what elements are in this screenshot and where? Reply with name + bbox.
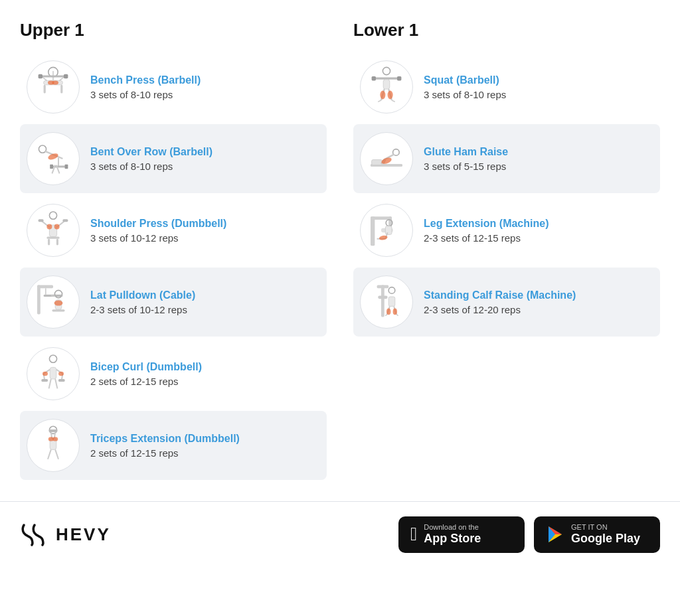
exercise-info-bench-press: Bench Press (Barbell) 3 sets of 8-10 rep… [90, 74, 201, 100]
exercise-sets-lat-pulldown: 2-3 sets of 10-12 reps [90, 304, 195, 315]
exercise-icon-bent-over-row [27, 132, 80, 185]
svg-rect-66 [397, 76, 401, 80]
right-column-title: Lower 1 [353, 20, 660, 40]
exercise-icon-bench-press [27, 60, 80, 114]
app-store-text: Download on the App Store [424, 523, 481, 546]
svg-rect-28 [48, 239, 50, 246]
google-play-icon [546, 525, 564, 544]
exercise-item-calf-raise: Standing Calf Raise (Machine) 2-3 sets o… [353, 268, 660, 337]
exercise-sets-glute-ham: 3 sets of 5-15 reps [424, 161, 508, 172]
svg-line-97 [385, 314, 387, 316]
exercise-icon-triceps-ext [27, 419, 80, 472]
exercise-icon-squat [360, 60, 413, 114]
exercise-item-bicep-curl: Bicep Curl (Dumbbell) 2 sets of 12-15 re… [20, 339, 327, 408]
svg-rect-81 [371, 216, 375, 246]
svg-line-71 [392, 100, 395, 102]
exercise-item-lat-pulldown: Lat Pulldown (Cable) 2-3 sets of 10-12 r… [20, 268, 327, 337]
svg-line-51 [55, 379, 57, 388]
exercise-name-bicep-curl: Bicep Curl (Dumbbell) [90, 361, 202, 373]
exercise-name-leg-ext: Leg Extension (Machine) [424, 218, 549, 230]
svg-rect-43 [50, 367, 56, 379]
svg-rect-49 [58, 379, 65, 382]
svg-rect-15 [51, 165, 66, 167]
svg-rect-27 [46, 237, 59, 239]
footer: HEVY  Download on the App Store GET IT … [0, 501, 680, 568]
svg-rect-17 [65, 165, 68, 169]
svg-rect-26 [62, 219, 68, 222]
left-column-title: Upper 1 [20, 20, 327, 40]
exercise-info-leg-ext: Leg Extension (Machine) 2-3 sets of 12-1… [424, 218, 549, 244]
exercise-info-lat-pulldown: Lat Pulldown (Cable) 2-3 sets of 10-12 r… [90, 289, 195, 315]
exercise-item-glute-ham: Glute Ham Raise 3 sets of 5-15 reps [353, 124, 660, 193]
svg-point-42 [49, 355, 56, 362]
exercise-item-triceps-ext: Triceps Extension (Dumbbell) 2 sets of 1… [20, 411, 327, 480]
right-column: Lower 1 [340, 20, 660, 483]
svg-rect-25 [39, 219, 44, 222]
svg-line-50 [49, 379, 51, 388]
svg-rect-92 [378, 295, 387, 299]
google-play-subtitle: GET IT ON [571, 523, 640, 532]
exercise-sets-bicep-curl: 2 sets of 12-15 reps [90, 376, 202, 387]
svg-rect-40 [52, 309, 64, 311]
svg-rect-6 [39, 74, 42, 78]
svg-point-99 [386, 309, 390, 315]
svg-rect-16 [50, 165, 53, 169]
exercise-icon-glute-ham [360, 132, 413, 185]
exercise-info-glute-ham: Glute Ham Raise 3 sets of 5-15 reps [424, 146, 508, 172]
exercise-icon-shoulder-press [27, 204, 80, 257]
exercise-sets-calf-raise: 2-3 sets of 12-20 reps [424, 304, 576, 315]
svg-point-63 [382, 67, 390, 74]
svg-point-62 [52, 437, 58, 441]
svg-line-38 [62, 295, 63, 296]
hevy-logo: HEVY [20, 522, 111, 546]
svg-rect-94 [388, 297, 395, 306]
hevy-brand-name: HEVY [56, 524, 111, 545]
exercise-sets-leg-ext: 2-3 sets of 12-15 reps [424, 232, 549, 244]
svg-point-31 [54, 224, 60, 229]
google-play-text: GET IT ON Google Play [571, 523, 640, 546]
main-container: Upper 1 [0, 0, 680, 483]
exercise-name-glute-ham: Glute Ham Raise [424, 146, 508, 158]
exercise-icon-leg-ext [360, 204, 413, 257]
svg-rect-64 [374, 78, 399, 80]
svg-rect-29 [56, 239, 58, 246]
exercise-info-shoulder-press: Shoulder Press (Dumbbell) 3 sets of 10-1… [90, 218, 226, 244]
svg-point-53 [58, 372, 64, 376]
exercise-sets-shoulder-press: 3 sets of 10-12 reps [90, 232, 226, 244]
store-buttons:  Download on the App Store GET IT ON Go… [398, 516, 660, 553]
svg-rect-32 [37, 285, 41, 314]
svg-point-41 [54, 301, 63, 306]
svg-point-72 [380, 91, 385, 100]
exercise-item-leg-ext: Leg Extension (Machine) 2-3 sets of 12-1… [353, 196, 660, 265]
exercise-icon-bicep-curl [27, 347, 80, 400]
exercise-sets-bench-press: 3 sets of 8-10 reps [90, 89, 201, 100]
exercise-item-shoulder-press: Shoulder Press (Dumbbell) 3 sets of 10-1… [20, 196, 327, 265]
svg-rect-58 [49, 429, 58, 432]
svg-point-73 [388, 91, 393, 100]
svg-point-93 [388, 287, 395, 294]
exercise-info-bicep-curl: Bicep Curl (Dumbbell) 2 sets of 12-15 re… [90, 361, 202, 387]
apple-icon:  [410, 525, 417, 544]
svg-rect-8 [44, 85, 46, 94]
svg-line-37 [51, 295, 55, 296]
svg-rect-48 [41, 379, 48, 382]
google-play-title: Google Play [571, 532, 640, 546]
google-play-button[interactable]: GET IT ON Google Play [534, 516, 660, 553]
left-column: Upper 1 [20, 20, 340, 483]
svg-line-70 [378, 100, 381, 102]
exercise-name-triceps-ext: Triceps Extension (Dumbbell) [90, 433, 240, 445]
svg-rect-86 [385, 226, 392, 235]
svg-point-52 [42, 372, 48, 376]
svg-point-21 [49, 212, 56, 219]
svg-rect-33 [37, 285, 53, 288]
exercise-icon-calf-raise [360, 275, 413, 329]
exercise-item-bench-press: Bench Press (Barbell) 3 sets of 8-10 rep… [20, 52, 327, 121]
app-store-subtitle: Download on the [424, 523, 481, 532]
svg-rect-65 [372, 76, 376, 80]
svg-point-30 [46, 224, 52, 229]
app-store-button[interactable]:  Download on the App Store [398, 516, 525, 553]
exercise-sets-bent-over-row: 3 sets of 8-10 reps [90, 161, 212, 172]
exercise-info-triceps-ext: Triceps Extension (Dumbbell) 2 sets of 1… [90, 433, 240, 459]
app-store-title: App Store [424, 532, 481, 546]
svg-rect-75 [372, 160, 382, 165]
